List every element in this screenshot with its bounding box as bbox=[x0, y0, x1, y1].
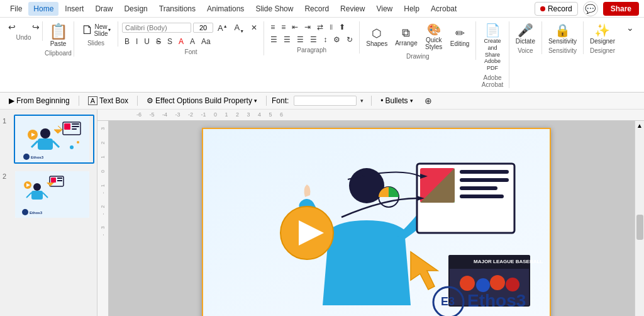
menu-slideshow[interactable]: Slide Show bbox=[250, 2, 298, 16]
columns-button[interactable]: ⫴ bbox=[327, 21, 335, 33]
decrease-indent-button[interactable]: ⇤ bbox=[289, 21, 301, 33]
underline-button[interactable]: U bbox=[142, 36, 152, 47]
highlight-button[interactable]: A bbox=[187, 36, 197, 47]
svg-rect-41 bbox=[460, 186, 497, 190]
numbering-button[interactable]: ≡ bbox=[279, 21, 288, 33]
sensitivity-group-label: Sensitivity bbox=[546, 47, 579, 54]
align-left-button[interactable]: ☰ bbox=[268, 34, 280, 45]
share-button[interactable]: Share bbox=[603, 2, 639, 16]
font-group-label: Font bbox=[122, 48, 260, 55]
increase-font-button[interactable]: A▲ bbox=[215, 22, 230, 34]
title-bar-actions: Record 💬 Share bbox=[535, 1, 639, 16]
slide-thumb-1[interactable]: 1 bbox=[3, 115, 94, 164]
increase-indent-button[interactable]: ⇥ bbox=[302, 21, 313, 33]
bullets-button[interactable]: ≡ bbox=[268, 21, 277, 33]
font-name-toolbar-input[interactable] bbox=[294, 96, 357, 106]
font-dropdown-button[interactable]: ▾ bbox=[358, 96, 366, 105]
menu-help[interactable]: Help bbox=[399, 2, 425, 16]
font-label: Font: bbox=[272, 96, 289, 105]
bullets-toolbar-button[interactable]: • Bullets ▾ bbox=[377, 95, 416, 106]
menu-draw[interactable]: Draw bbox=[90, 2, 118, 16]
toolbar-divider-2 bbox=[137, 96, 138, 106]
svg-point-1 bbox=[40, 128, 50, 138]
slide-1-thumbnail[interactable]: Ethos3 bbox=[14, 115, 94, 164]
editing-button[interactable]: ✏ Editing bbox=[448, 25, 472, 48]
main-slide[interactable]: MAJOR LEAGUE BASEBALL E3 Ethos3 bbox=[202, 128, 551, 316]
scroll-up-button[interactable]: ▲ bbox=[635, 121, 644, 130]
slide-1-svg: Ethos3 bbox=[15, 116, 89, 162]
dictate-button[interactable]: 🎤 Dictate bbox=[513, 21, 538, 46]
effect-options-button[interactable]: ⚙ Effect Options Build Property ▾ bbox=[143, 95, 261, 106]
new-slide-button[interactable]: 🗋 NewSlide ▾ bbox=[79, 21, 113, 38]
comment-button[interactable]: 💬 bbox=[583, 1, 598, 16]
convert-button[interactable]: ↻ bbox=[344, 34, 355, 45]
effect-dropdown-icon: ▾ bbox=[254, 98, 257, 104]
paste-button[interactable]: 📋 Paste bbox=[47, 21, 70, 48]
menu-acrobat[interactable]: Acrobat bbox=[426, 2, 462, 16]
menu-review[interactable]: Review bbox=[335, 2, 370, 16]
ribbon-group-drawing: ⬡ Shapes ⧉ Arrange 🎨 QuickStyles ✏ Editi… bbox=[360, 21, 476, 60]
strikethrough-button[interactable]: S bbox=[153, 36, 164, 47]
undo-icon: ↩ bbox=[8, 23, 16, 31]
align-right-button[interactable]: ☰ bbox=[294, 34, 306, 45]
record-button[interactable]: Record bbox=[535, 2, 578, 16]
menu-file[interactable]: File bbox=[5, 2, 27, 16]
font-case-button[interactable]: Aa bbox=[199, 36, 213, 47]
menu-insert[interactable]: Insert bbox=[60, 2, 89, 16]
text-shadow-button[interactable]: S bbox=[165, 36, 175, 47]
menu-record[interactable]: Record bbox=[299, 2, 334, 16]
clear-formatting-button[interactable]: ✕ bbox=[248, 22, 260, 33]
decrease-font-button[interactable]: A▼ bbox=[232, 21, 247, 35]
svg-text:Ethos3: Ethos3 bbox=[30, 211, 43, 215]
scroll-thumb[interactable] bbox=[636, 215, 643, 240]
font-color-button[interactable]: A bbox=[176, 36, 186, 47]
more-toolbar-button[interactable]: ⊕ bbox=[422, 94, 435, 107]
arrange-button[interactable]: ⧉ Arrange bbox=[392, 25, 420, 48]
shapes-button[interactable]: ⬡ Shapes bbox=[364, 25, 390, 48]
ribbon-group-clipboard: 📋 Paste Clipboard bbox=[43, 21, 74, 57]
ribbon-expand-button[interactable]: ⌄ bbox=[624, 21, 636, 34]
undo-button[interactable]: ↩ bbox=[1, 21, 23, 33]
slide-2-thumbnail[interactable]: Ethos3 bbox=[14, 170, 94, 219]
canvas-area: -6 -5 -4 -3 -2 -1 0 1 2 3 4 5 6 -3 -2 -1… bbox=[97, 110, 644, 316]
menu-home[interactable]: Home bbox=[28, 2, 58, 16]
menu-transitions[interactable]: Transitions bbox=[154, 2, 201, 16]
font-row-2: B I U S S A A Aa bbox=[122, 36, 260, 47]
smart-art-button[interactable]: ⚙ bbox=[331, 34, 343, 45]
text-box-button[interactable]: A Text Box bbox=[84, 95, 132, 106]
paste-icon: 📋 bbox=[49, 23, 68, 40]
menu-animations[interactable]: Animations bbox=[202, 2, 249, 16]
from-beginning-label: From Beginning bbox=[16, 96, 70, 105]
align-center-button[interactable]: ☰ bbox=[281, 34, 293, 45]
arrange-label: Arrange bbox=[395, 40, 418, 47]
font-selector-area: ▾ bbox=[294, 96, 366, 106]
menu-view[interactable]: View bbox=[371, 2, 397, 16]
para-row-1: ≡ ≡ ⇤ ⇥ ⇄ ⫴ ⬆ bbox=[268, 21, 355, 33]
sensitivity-button[interactable]: 🔒 Sensitivity bbox=[546, 21, 579, 46]
ribbon-content: ↩ ↪ Undo 📋 Paste Clipboard 🗋 bbox=[5, 20, 639, 89]
slide-thumb-2[interactable]: 2 bbox=[3, 170, 94, 219]
font-name-input[interactable] bbox=[122, 23, 191, 33]
contextual-toolbar: ▶ From Beginning A Text Box ⚙ Effect Opt… bbox=[0, 93, 644, 110]
undo-group-label: Undo bbox=[16, 34, 31, 41]
bold-button[interactable]: B bbox=[122, 36, 132, 47]
toolbar-divider-3 bbox=[266, 96, 267, 106]
create-pdf-button[interactable]: 📄 Create and ShareAdobe PDF bbox=[480, 21, 505, 73]
title-bar: File Home Insert Draw Design Transitions… bbox=[0, 0, 644, 18]
menu-design[interactable]: Design bbox=[119, 2, 152, 16]
slide-2-number: 2 bbox=[3, 172, 11, 180]
rtl-button[interactable]: ⇄ bbox=[314, 21, 326, 33]
from-beginning-button[interactable]: ▶ From Beginning bbox=[5, 95, 74, 106]
create-pdf-label: Create and ShareAdobe PDF bbox=[482, 38, 502, 72]
svg-text:Ethos3: Ethos3 bbox=[467, 291, 526, 310]
text-direction-button[interactable]: ⬆ bbox=[336, 21, 348, 33]
effect-icon: ⚙ bbox=[147, 96, 153, 105]
designer-button[interactable]: ✨ Designer bbox=[587, 21, 618, 46]
quick-styles-button[interactable]: 🎨 QuickStyles bbox=[423, 21, 445, 52]
font-size-input[interactable] bbox=[193, 23, 213, 33]
line-spacing-button[interactable]: ↕ bbox=[321, 34, 330, 45]
bullets-label: Bullets bbox=[386, 96, 408, 105]
italic-button[interactable]: I bbox=[133, 36, 140, 47]
justify-button[interactable]: ☰ bbox=[308, 34, 319, 45]
vertical-scrollbar[interactable]: ▲ ▼ bbox=[635, 121, 644, 316]
